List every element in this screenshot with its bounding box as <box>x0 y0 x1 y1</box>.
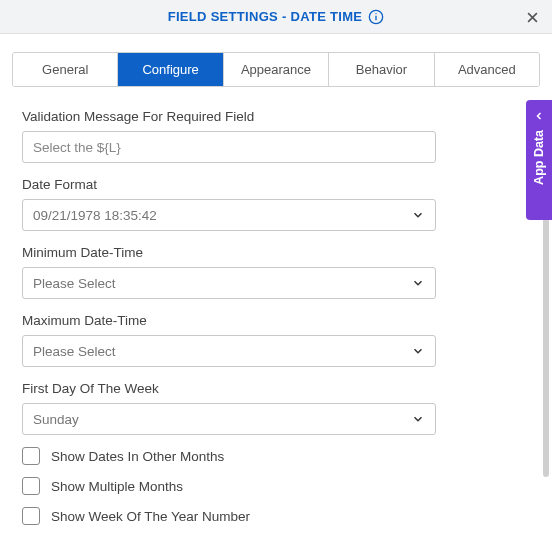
min-datetime-value: Please Select <box>33 276 116 291</box>
info-icon[interactable] <box>368 9 384 25</box>
dialog-title-text: FIELD SETTINGS - DATE TIME <box>168 9 363 24</box>
chevron-down-icon <box>411 344 425 358</box>
first-day-select[interactable]: Sunday <box>22 403 436 435</box>
checkbox-label-week-number: Show Week Of The Year Number <box>51 509 250 524</box>
checkbox-row-week-number: Show Week Of The Year Number <box>22 507 530 525</box>
dialog-title: FIELD SETTINGS - DATE TIME <box>168 9 385 25</box>
chevron-down-icon <box>411 412 425 426</box>
tab-appearance[interactable]: Appearance <box>224 53 329 86</box>
validation-message-label: Validation Message For Required Field <box>22 109 530 124</box>
first-day-value: Sunday <box>33 412 79 427</box>
checkbox-label-other-months: Show Dates In Other Months <box>51 449 224 464</box>
validation-message-value: Select the ${L} <box>33 140 121 155</box>
checkbox-week-number[interactable] <box>22 507 40 525</box>
scrollbar[interactable] <box>543 181 549 477</box>
checkbox-other-months[interactable] <box>22 447 40 465</box>
tab-general[interactable]: General <box>13 53 118 86</box>
tab-bar: General Configure Appearance Behavior Ad… <box>12 52 540 87</box>
content-panel: Validation Message For Required Field Se… <box>0 87 552 527</box>
svg-point-2 <box>376 13 377 14</box>
max-datetime-select[interactable]: Please Select <box>22 335 436 367</box>
chevron-left-icon <box>533 110 545 122</box>
tab-configure[interactable]: Configure <box>118 53 223 86</box>
min-datetime-label: Minimum Date-Time <box>22 245 530 260</box>
checkbox-multiple-months[interactable] <box>22 477 40 495</box>
side-tab-label: App Data <box>532 130 546 185</box>
validation-message-input[interactable]: Select the ${L} <box>22 131 436 163</box>
chevron-down-icon <box>411 208 425 222</box>
close-icon <box>525 10 540 25</box>
close-button[interactable] <box>522 7 542 27</box>
chevron-down-icon <box>411 276 425 290</box>
checkbox-row-multiple-months: Show Multiple Months <box>22 477 530 495</box>
checkbox-label-multiple-months: Show Multiple Months <box>51 479 183 494</box>
side-tab-app-data[interactable]: App Data <box>526 100 552 220</box>
tab-behavior[interactable]: Behavior <box>329 53 434 86</box>
min-datetime-select[interactable]: Please Select <box>22 267 436 299</box>
date-format-select[interactable]: 09/21/1978 18:35:42 <box>22 199 436 231</box>
date-format-label: Date Format <box>22 177 530 192</box>
date-format-value: 09/21/1978 18:35:42 <box>33 208 157 223</box>
dialog-header: FIELD SETTINGS - DATE TIME <box>0 0 552 34</box>
max-datetime-value: Please Select <box>33 344 116 359</box>
first-day-label: First Day Of The Week <box>22 381 530 396</box>
max-datetime-label: Maximum Date-Time <box>22 313 530 328</box>
tab-advanced[interactable]: Advanced <box>435 53 539 86</box>
checkbox-row-other-months: Show Dates In Other Months <box>22 447 530 465</box>
